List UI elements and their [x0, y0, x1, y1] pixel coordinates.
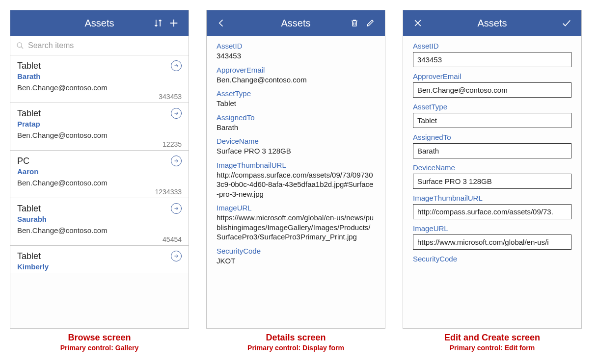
item-type: Tablet [17, 108, 41, 119]
edit-form: AssetID ApproverEmail AssetType Assigned… [403, 36, 581, 328]
back-icon[interactable] [214, 15, 229, 31]
edit-screen: Assets AssetID ApproverEmail AssetType A… [403, 10, 582, 329]
detail-field: ImageThumbnailURL http://compass.surface… [217, 161, 375, 199]
edit-field: ApproverEmail [413, 72, 571, 98]
list-item[interactable]: Tablet Kimberly [10, 246, 189, 273]
approveremail-input[interactable] [413, 82, 571, 98]
field-label: SecurityCode [217, 247, 375, 255]
details-title: Assets [245, 18, 347, 29]
field-label: SecurityCode [413, 255, 571, 263]
devicename-input[interactable] [413, 174, 571, 189]
field-label: AssignedTo [217, 113, 375, 122]
field-label: ImageThumbnailURL [217, 161, 375, 169]
item-type: Tablet [17, 61, 41, 71]
browse-header: Assets [10, 10, 189, 36]
imagethumbnail-input[interactable] [413, 204, 571, 219]
gallery: Tablet Barath Ben.Change@contoso.com 343… [10, 55, 189, 328]
item-id: 1234333 [17, 188, 182, 196]
browse-caption: Browse screen Primary control: Gallery [60, 333, 139, 352]
sort-icon[interactable] [150, 15, 166, 31]
item-email: Ben.Change@contoso.com [17, 226, 182, 234]
caption-sub: Primary control: Gallery [60, 344, 139, 352]
list-item[interactable]: Tablet Pratap Ben.Change@contoso.com 122… [10, 103, 189, 151]
search-bar[interactable] [10, 36, 189, 55]
detail-field: ImageURL https://www.microsoft.com/globa… [217, 204, 375, 242]
item-id: 12235 [17, 140, 182, 148]
assignedto-input[interactable] [413, 143, 571, 158]
edit-title: Assets [426, 18, 559, 29]
field-label: ImageThumbnailURL [413, 194, 571, 202]
field-label: DeviceName [413, 163, 571, 172]
edit-field: ImageThumbnailURL [413, 194, 571, 219]
detail-field: ApproverEmail Ben.Change@contoso.com [217, 66, 375, 85]
field-value: https://www.microsoft.com/global/en-us/n… [217, 213, 375, 242]
field-label: AssetID [217, 42, 375, 50]
field-value: Barath [217, 123, 375, 132]
caption-sub: Primary control: Edit form [444, 344, 540, 352]
accept-icon[interactable] [559, 15, 574, 31]
item-email: Ben.Change@contoso.com [17, 131, 182, 139]
details-caption: Details screen Primary control: Display … [247, 333, 344, 352]
item-assigned: Barath [17, 72, 182, 80]
caption-title: Details screen [247, 333, 344, 343]
arrow-right-icon[interactable] [171, 60, 182, 71]
field-label: AssetType [217, 89, 375, 98]
item-type: Tablet [17, 251, 41, 261]
field-value: Ben.Change@contoso.com [217, 75, 375, 85]
edit-field: ImageURL [413, 224, 571, 250]
arrow-right-icon[interactable] [171, 156, 182, 166]
item-assigned: Kimberly [17, 262, 182, 271]
detail-field: AssignedTo Barath [217, 113, 375, 132]
caption-title: Browse screen [60, 333, 139, 343]
detail-field: AssetID 343453 [217, 42, 375, 61]
add-icon[interactable] [166, 15, 182, 31]
field-label: ImageURL [217, 204, 375, 212]
edit-field: AssignedTo [413, 133, 571, 158]
caption-sub: Primary control: Display form [247, 344, 344, 352]
field-label: ApproverEmail [413, 72, 571, 80]
imageurl-input[interactable] [413, 234, 571, 250]
edit-field: AssetID [413, 42, 571, 67]
browse-screen: Assets Tablet Barath Ben.Change@contoso.… [10, 10, 189, 329]
details-header: Assets [207, 10, 385, 36]
search-input[interactable] [28, 41, 183, 50]
cancel-icon[interactable] [410, 15, 426, 31]
field-label: AssetType [413, 103, 571, 111]
detail-field: DeviceName Surface PRO 3 128GB [217, 137, 375, 156]
field-label: ImageURL [413, 224, 571, 233]
field-label: AssignedTo [413, 133, 571, 141]
search-icon [16, 42, 24, 50]
list-item[interactable]: PC Aaron Ben.Change@contoso.com 1234333 [10, 151, 189, 198]
list-item[interactable]: Tablet Barath Ben.Change@contoso.com 343… [10, 55, 189, 103]
delete-icon[interactable] [347, 15, 362, 31]
field-label: AssetID [413, 42, 571, 50]
item-assigned: Aaron [17, 167, 182, 176]
edit-icon[interactable] [362, 15, 378, 31]
item-email: Ben.Change@contoso.com [17, 83, 182, 92]
list-item[interactable]: Tablet Saurabh Ben.Change@contoso.com 45… [10, 198, 189, 246]
assetid-input[interactable] [413, 52, 571, 67]
detail-field: SecurityCode JKOT [217, 247, 375, 266]
edit-caption: Edit and Create screen Primary control: … [444, 333, 540, 352]
arrow-right-icon[interactable] [171, 251, 182, 261]
detail-field: AssetType Tablet [217, 89, 375, 108]
field-value: Tablet [217, 99, 375, 108]
arrow-right-icon[interactable] [171, 203, 182, 214]
assettype-input[interactable] [413, 113, 571, 128]
item-assigned: Saurabh [17, 215, 182, 223]
item-email: Ben.Change@contoso.com [17, 179, 182, 187]
item-id: 45454 [17, 235, 182, 243]
edit-field: AssetType [413, 103, 571, 128]
edit-header: Assets [403, 10, 581, 36]
arrow-right-icon[interactable] [171, 108, 182, 119]
edit-field: SecurityCode [413, 255, 571, 263]
edit-field: DeviceName [413, 163, 571, 189]
field-value: 343453 [217, 51, 375, 61]
item-assigned: Pratap [17, 120, 182, 128]
caption-title: Edit and Create screen [444, 333, 540, 343]
item-type: PC [17, 156, 29, 166]
details-screen: Assets AssetID 343453 ApproverEmail Ben.… [206, 10, 385, 329]
field-value: JKOT [217, 256, 375, 266]
display-form: AssetID 343453 ApproverEmail Ben.Change@… [207, 36, 385, 328]
field-label: DeviceName [217, 137, 375, 145]
